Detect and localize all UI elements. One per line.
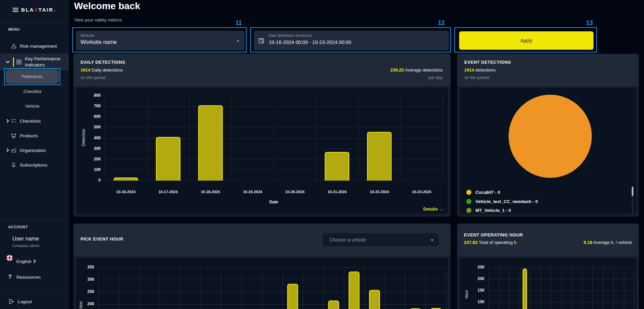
y-tick-label: 250 — [469, 265, 484, 269]
sidebar-item-subscriptions[interactable]: Subscriptions — [0, 159, 69, 171]
daily-detections-chart: 010020030040050060070080010-16-202410-17… — [73, 54, 451, 217]
logout-label: Logout — [18, 299, 32, 304]
annotation-box-worksite: 11 Worksite Worksite name ▾ — [72, 27, 247, 52]
gridline-vertical — [282, 267, 283, 309]
chevron-down-icon: ▾ — [237, 38, 239, 43]
gridline-vertical — [180, 267, 180, 309]
sidebar-item-vehicle[interactable]: Vehicle — [0, 104, 65, 109]
y-tick-label: 150 — [469, 288, 484, 293]
bar-10-21-2024 — [325, 152, 349, 181]
question-mark-icon: ? — [8, 274, 12, 280]
gridline-horizontal — [98, 280, 446, 280]
language-selector[interactable]: English — [0, 258, 69, 265]
date-range-field[interactable]: Date (Worksite's timezone) 10-16-2024 00… — [254, 31, 449, 50]
gridline-vertical — [344, 267, 344, 309]
gridline-vertical — [499, 267, 499, 309]
gridline-horizontal — [98, 267, 446, 268]
gridline-vertical — [232, 96, 232, 181]
sidebar-item-label: Checklists — [20, 119, 41, 124]
gridline-vertical — [160, 267, 160, 309]
bar-9 — [287, 284, 298, 309]
y-tick-label: 600 — [85, 114, 101, 119]
bar-10-16-2024 — [114, 177, 138, 181]
pick-event-hour-chart: 050100150200250300350 — [73, 223, 451, 309]
language-label: English — [16, 259, 31, 264]
annotation-box-pedestrian — [4, 68, 60, 85]
annotation-box-date: 12 Date (Worksite's timezone) 10-16-2024… — [250, 27, 451, 52]
annotation-box-apply: 13 Apply — [454, 27, 597, 52]
gridline-vertical — [221, 267, 221, 309]
apply-button[interactable]: Apply — [459, 31, 594, 50]
gridline-vertical — [443, 96, 443, 181]
bar-10-17-2024 — [156, 137, 180, 181]
gridline-vertical — [551, 267, 551, 309]
x-tick-label: 10-19-2024 — [232, 190, 274, 194]
gridline-vertical — [364, 267, 365, 309]
legend-label: MT_Vehicle_1 - 0 — [475, 208, 511, 213]
user-name: User name — [12, 236, 39, 242]
x-tick-label: 10-21-2024 — [316, 190, 358, 194]
x-tick-label: 10-23-2024 — [400, 190, 443, 194]
y-tick-label: 0 — [85, 178, 101, 183]
gridline-vertical — [405, 267, 406, 309]
arrow-right-icon: → — [439, 206, 443, 212]
chevron-right-icon — [33, 260, 36, 263]
sidebar-item-risk-management[interactable]: Risk management — [0, 40, 69, 52]
annotation-number: 13 — [586, 19, 593, 27]
pie-legend: Coca847 - 0Vehicle_test_CC_newdash - 0MT… — [466, 54, 630, 217]
y-tick-label: 300 — [85, 146, 101, 151]
x-tick-label: 10-22-2024 — [358, 190, 400, 194]
sidebar-item-label: Organization — [20, 148, 46, 153]
sidebar-item-organization[interactable]: Organization — [0, 144, 69, 156]
gridline-vertical — [323, 267, 324, 309]
y-tick-label: 300 — [78, 277, 94, 282]
scrollbar-thumb[interactable] — [632, 187, 633, 196]
gridline-vertical — [603, 267, 603, 309]
details-link[interactable]: Details → — [423, 206, 443, 212]
sidebar: BLAXTAIR MENU Risk management Key Perfor… — [0, 0, 69, 309]
active-accent-bar — [13, 57, 14, 67]
gridline-vertical — [139, 267, 140, 309]
date-field-label: Date (Worksite's timezone) — [269, 33, 312, 37]
worksite-select-label: Worksite — [80, 33, 94, 37]
sidebar-item-label: Subscriptions — [20, 163, 47, 168]
sidebar-item-products[interactable]: Products — [0, 129, 69, 142]
hamburger-menu-icon[interactable] — [13, 8, 18, 12]
gridline-vertical — [241, 267, 242, 309]
gridline-vertical — [189, 96, 190, 181]
details-label: Details — [423, 206, 438, 212]
resources-link[interactable]: ? Ressources — [0, 274, 69, 280]
gridline-vertical — [105, 96, 105, 181]
gridline-vertical — [316, 96, 316, 181]
divider — [0, 290, 69, 290]
x-tick-label: 10-20-2024 — [274, 190, 316, 194]
date-field-value: 10-16-2024 00:00 - 10-23-2024 00:00 — [269, 40, 351, 45]
y-tick-label: 700 — [85, 104, 101, 108]
y-tick-label: 350 — [78, 265, 94, 269]
y-axis-label: Detection — [78, 300, 83, 309]
gridline-vertical — [624, 267, 624, 309]
user-role: Company admin — [12, 244, 40, 248]
gridline-horizontal — [105, 181, 443, 181]
legend-label: Coca847 - 0 — [475, 190, 500, 195]
gridline-vertical — [446, 267, 447, 309]
sidebar-item-checklists[interactable]: Checklists — [0, 115, 69, 127]
bar-3 — [523, 268, 527, 309]
worksite-select[interactable]: Worksite Worksite name ▾ — [76, 31, 245, 50]
gridline-vertical — [262, 267, 262, 309]
gridline-vertical — [572, 267, 572, 309]
bar-13 — [369, 290, 380, 309]
sidebar-item-checklist[interactable]: Checklist — [0, 89, 65, 94]
account-section-label: ACCOUNT — [8, 225, 28, 229]
annotation-number: 11 — [235, 19, 242, 27]
bar-12 — [349, 272, 360, 309]
gridline-vertical — [385, 267, 385, 309]
operating-hour-chart: 050100150200250 — [457, 223, 639, 309]
y-tick-label: 100 — [469, 299, 484, 304]
legend-label: Vehicle_test_CC_newdash - 0 — [475, 199, 538, 204]
gridline-vertical — [530, 267, 530, 309]
pick-event-hour-card: PICK EVENT HOUR Choose a vehicle ▾ 05010… — [73, 223, 451, 309]
gridline-vertical — [613, 267, 614, 309]
logout-button[interactable]: Logout — [0, 298, 69, 305]
y-tick-label: 500 — [85, 125, 101, 129]
